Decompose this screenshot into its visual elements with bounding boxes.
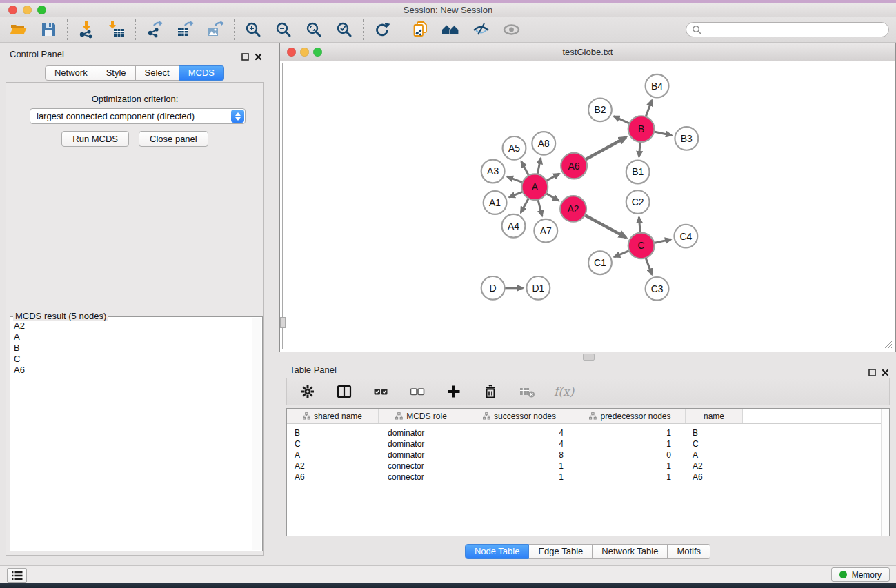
export-network-button[interactable] — [145, 20, 164, 39]
graph-edge-A-A6[interactable] — [546, 174, 559, 181]
import-table-button[interactable] — [107, 20, 126, 39]
column-header-mcds-role[interactable]: MCDS role — [379, 409, 464, 423]
open-session-button[interactable] — [8, 20, 28, 39]
table-cell[interactable]: 0 — [575, 450, 686, 460]
mcds-result-item[interactable]: A2 — [14, 321, 249, 332]
graph-edge-A2-C[interactable] — [585, 215, 626, 238]
show-details-button[interactable] — [501, 20, 521, 39]
column-header-name[interactable]: name — [686, 409, 743, 423]
search-box[interactable] — [686, 22, 889, 37]
close-window-button[interactable] — [8, 6, 17, 14]
table-tab-edge-table[interactable]: Edge Table — [529, 544, 593, 559]
table-tab-motifs[interactable]: Motifs — [668, 544, 710, 559]
table-row[interactable]: Adominator80A — [287, 449, 889, 460]
table-cell[interactable]: 1 — [575, 428, 686, 438]
create-column-button[interactable] — [444, 382, 464, 401]
zoom-selected-button[interactable] — [335, 20, 354, 39]
column-header-successor-nodes[interactable]: successor nodes — [464, 409, 575, 423]
clone-network-button[interactable] — [410, 20, 430, 39]
export-image-button[interactable] — [206, 20, 225, 39]
zoom-in-button[interactable] — [243, 20, 263, 39]
table-tab-network-table[interactable]: Network Table — [593, 544, 668, 559]
table-cell[interactable]: C — [686, 439, 743, 449]
mcds-result-item[interactable]: C — [14, 354, 249, 365]
mcds-result-item[interactable]: A6 — [14, 365, 249, 376]
table-cell[interactable]: dominator — [379, 428, 464, 438]
graph-edge-B-B1[interactable] — [639, 142, 640, 157]
table-cell[interactable]: 1 — [575, 472, 686, 482]
table-cell[interactable]: 4 — [464, 428, 575, 438]
graph-edge-A-A7[interactable] — [538, 200, 542, 216]
graph-edge-A-A2[interactable] — [546, 194, 559, 201]
table-row[interactable]: Bdominator41B — [287, 427, 889, 438]
network-canvas[interactable]: B4B2BB3A5A8A6A3AB1A1C2A2A4A7CC4C1C3DD1 — [282, 63, 893, 349]
mcds-result-item[interactable]: A — [14, 332, 249, 343]
import-network-button[interactable] — [77, 20, 96, 39]
tab-mcds[interactable]: MCDS — [179, 65, 224, 81]
hide-details-button[interactable] — [471, 20, 490, 39]
graph-edge-A-A1[interactable] — [509, 192, 523, 197]
table-cell[interactable]: 1 — [464, 461, 575, 471]
table-cell[interactable]: A — [287, 450, 379, 460]
result-scrollbar[interactable] — [252, 318, 261, 550]
zoom-window-button[interactable] — [37, 6, 46, 14]
close-panel-icon[interactable] — [255, 51, 262, 63]
table-cell[interactable]: B — [287, 428, 379, 438]
minimize-window-button[interactable] — [23, 6, 32, 14]
graph-edge-B-B2[interactable] — [614, 116, 630, 124]
criterion-dropdown[interactable]: largest connected component (directed) — [30, 108, 246, 124]
delete-table-button[interactable] — [517, 382, 537, 401]
canvas-left-handle[interactable] — [280, 317, 286, 328]
table-cell[interactable]: 1 — [575, 461, 686, 471]
graph-edge-A-A8[interactable] — [537, 158, 541, 174]
table-row[interactable]: A6connector11A6 — [287, 472, 889, 483]
table-cell[interactable]: 4 — [464, 439, 575, 449]
table-row[interactable]: Cdominator41C — [287, 438, 889, 449]
refresh-layout-button[interactable] — [372, 20, 392, 39]
table-cell[interactable]: dominator — [379, 439, 464, 449]
function-builder-button[interactable]: f(x) — [554, 385, 574, 398]
graph-edge-A-A3[interactable] — [507, 176, 523, 182]
column-header-predecessor-nodes[interactable]: predecessor nodes — [575, 409, 686, 423]
graph-edge-A-A4[interactable] — [521, 199, 528, 213]
save-session-button[interactable] — [39, 20, 58, 39]
table-cell[interactable]: A2 — [287, 461, 379, 471]
graph-edge-B-B4[interactable] — [646, 100, 652, 116]
table-cell[interactable]: dominator — [379, 450, 464, 460]
zoom-fit-button[interactable] — [304, 20, 323, 39]
search-input[interactable] — [705, 23, 883, 35]
table-cell[interactable]: A6 — [686, 472, 743, 482]
graph-edge-C-C2[interactable] — [639, 217, 640, 233]
network-window-titlebar[interactable]: testGlobe.txt — [280, 43, 895, 61]
network-minimize-button[interactable] — [300, 48, 309, 57]
table-cell[interactable]: C — [287, 439, 379, 449]
table-cell[interactable]: 1 — [575, 439, 686, 449]
mcds-result-item[interactable]: B — [14, 343, 249, 354]
tab-style[interactable]: Style — [97, 65, 136, 81]
run-mcds-button[interactable]: Run MCDS — [61, 131, 129, 147]
table-cell[interactable]: B — [686, 428, 743, 438]
mcds-result-list[interactable]: A2ABCA6 — [11, 319, 252, 550]
delete-column-button[interactable] — [481, 382, 500, 401]
close-panel-button[interactable]: Close panel — [139, 131, 208, 147]
table-cell[interactable]: 8 — [464, 450, 575, 460]
zoom-out-button[interactable] — [274, 20, 293, 39]
graph-edge-B-B3[interactable] — [654, 132, 672, 135]
table-scrollbar[interactable] — [881, 409, 889, 536]
table-cell[interactable]: connector — [379, 472, 464, 482]
table-cell[interactable]: A — [686, 450, 743, 460]
table-row[interactable]: A2connector11A2 — [287, 460, 889, 472]
select-all-columns-button[interactable] — [371, 382, 390, 401]
network-close-button[interactable] — [287, 48, 296, 57]
graph-edge-C-C4[interactable] — [654, 239, 671, 243]
first-neighbors-button[interactable] — [441, 20, 460, 39]
tab-network[interactable]: Network — [45, 65, 97, 81]
column-header-shared-name[interactable]: shared name — [287, 409, 379, 423]
table-cell[interactable]: connector — [379, 461, 464, 471]
table-settings-button[interactable] — [298, 382, 317, 401]
show-columns-button[interactable] — [335, 382, 354, 401]
table-cell[interactable]: 1 — [464, 472, 575, 482]
export-table-button[interactable] — [175, 20, 195, 39]
memory-button[interactable]: Memory — [831, 567, 890, 582]
deselect-all-columns-button[interactable] — [408, 382, 427, 401]
